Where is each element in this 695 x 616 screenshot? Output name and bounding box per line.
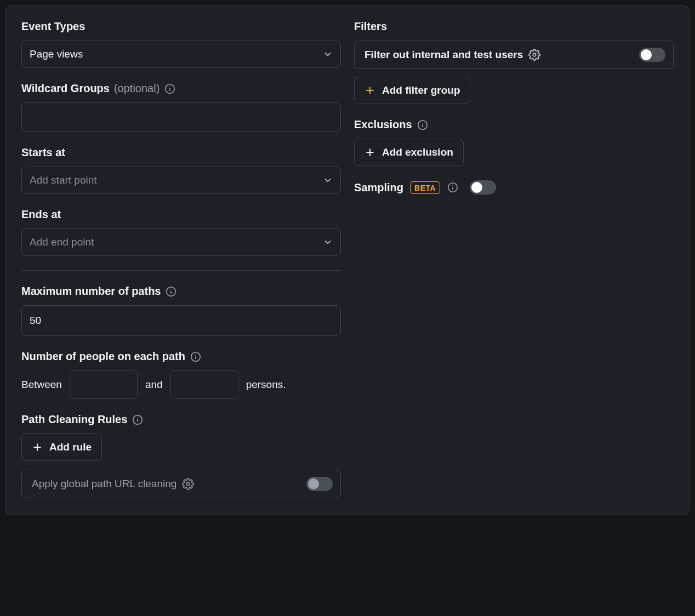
people-per-path-section: Number of people on each path Between an… — [21, 350, 341, 399]
people-per-path-label: Number of people on each path — [21, 350, 185, 363]
chevron-down-icon — [323, 237, 333, 247]
event-types-select[interactable]: Page views — [21, 41, 341, 68]
exclusions-label: Exclusions — [354, 118, 412, 131]
filters-label: Filters — [354, 20, 387, 33]
gear-icon[interactable] — [528, 49, 540, 61]
wildcard-groups-suffix: (optional) — [114, 82, 159, 95]
wildcard-groups-input[interactable] — [21, 102, 341, 132]
add-rule-label: Add rule — [49, 441, 92, 453]
filter-internal-toggle[interactable] — [639, 48, 665, 62]
sampling-toggle[interactable] — [470, 180, 496, 195]
between-text: Between — [21, 379, 62, 391]
filter-internal-bar: Filter out internal and test users — [354, 41, 674, 69]
plus-icon — [364, 85, 375, 96]
wildcard-groups-section: Wildcard Groups (optional) — [21, 82, 341, 132]
min-people-input[interactable] — [70, 370, 138, 399]
starts-at-placeholder: Add start point — [30, 174, 97, 186]
starts-at-section: Starts at Add start point — [21, 146, 341, 194]
left-column: Event Types Page views Wildcard Groups (… — [21, 20, 341, 498]
chevron-down-icon — [323, 49, 333, 59]
filter-internal-text: Filter out internal and test users — [364, 49, 523, 61]
add-exclusion-label: Add exclusion — [382, 146, 453, 158]
plus-icon — [32, 442, 43, 453]
ends-at-placeholder: Add end point — [30, 236, 94, 248]
sampling-section: Sampling BETA — [354, 180, 674, 195]
add-rule-button[interactable]: Add rule — [21, 434, 102, 461]
ends-at-label: Ends at — [21, 208, 61, 221]
info-icon[interactable] — [132, 414, 144, 426]
max-paths-section: Maximum number of paths — [21, 285, 341, 336]
global-clean-toggle[interactable] — [306, 477, 333, 491]
event-types-section: Event Types Page views — [21, 20, 341, 68]
paths-query-panel: Event Types Page views Wildcard Groups (… — [5, 5, 690, 515]
global-clean-row: Apply global path URL cleaning — [21, 470, 341, 498]
divider — [21, 270, 341, 271]
starts-at-select[interactable]: Add start point — [21, 167, 341, 194]
info-icon[interactable] — [190, 351, 202, 363]
max-paths-input[interactable] — [21, 305, 341, 336]
svg-point-20 — [422, 122, 423, 123]
max-paths-label: Maximum number of paths — [21, 285, 161, 298]
svg-point-5 — [171, 289, 172, 289]
wildcard-groups-label: Wildcard Groups — [21, 82, 110, 95]
svg-point-15 — [533, 53, 537, 56]
global-clean-text: Apply global path URL cleaning — [32, 478, 176, 490]
plus-icon — [364, 147, 375, 158]
event-types-value: Page views — [30, 48, 83, 60]
persons-text: persons. — [246, 379, 286, 391]
svg-point-2 — [170, 86, 170, 87]
info-icon[interactable] — [164, 83, 176, 95]
svg-point-25 — [452, 185, 453, 186]
right-column: Filters Filter out internal and test use… — [354, 20, 674, 498]
and-text: and — [145, 379, 163, 391]
ends-at-select[interactable]: Add end point — [21, 229, 341, 256]
sampling-label: Sampling — [354, 181, 403, 194]
svg-point-11 — [138, 417, 138, 418]
info-icon[interactable] — [417, 119, 429, 131]
ends-at-section: Ends at Add end point — [21, 208, 341, 256]
add-exclusion-button[interactable]: Add exclusion — [354, 139, 464, 166]
starts-at-label: Starts at — [21, 146, 65, 159]
path-cleaning-section: Path Cleaning Rules Add rule Apply globa… — [21, 413, 341, 498]
info-icon[interactable] — [447, 181, 459, 193]
exclusions-section: Exclusions Add exclusion — [354, 118, 674, 166]
chevron-down-icon — [323, 175, 333, 185]
gear-icon[interactable] — [182, 478, 194, 490]
add-filter-group-button[interactable]: Add filter group — [354, 77, 470, 104]
filters-section: Filters Filter out internal and test use… — [354, 20, 674, 104]
beta-badge: BETA — [410, 181, 440, 194]
path-cleaning-label: Path Cleaning Rules — [21, 413, 127, 426]
svg-point-14 — [187, 482, 190, 486]
info-icon[interactable] — [165, 286, 177, 298]
max-people-input[interactable] — [170, 370, 238, 399]
event-types-label: Event Types — [21, 20, 85, 33]
add-filter-group-label: Add filter group — [382, 84, 460, 96]
svg-point-8 — [195, 354, 196, 355]
